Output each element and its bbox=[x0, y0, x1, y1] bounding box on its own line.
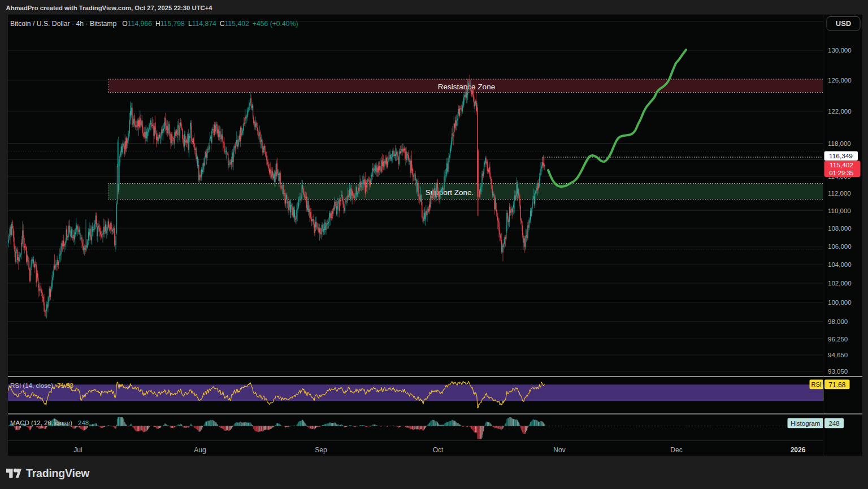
svg-text:93,050: 93,050 bbox=[828, 368, 848, 375]
svg-text:Oct: Oct bbox=[433, 446, 444, 454]
svg-text:Dec: Dec bbox=[670, 446, 682, 454]
svg-text:108,000: 108,000 bbox=[828, 225, 852, 232]
svg-text:102,000: 102,000 bbox=[828, 280, 852, 287]
svg-text:116,349: 116,349 bbox=[829, 152, 853, 160]
svg-text:Histogram: Histogram bbox=[791, 420, 820, 427]
svg-text:71.68: 71.68 bbox=[57, 382, 73, 389]
svg-text:USD: USD bbox=[836, 19, 851, 28]
svg-text:AhmadPro created with TradingV: AhmadPro created with TradingView.com, O… bbox=[6, 5, 213, 11]
svg-text:Aug: Aug bbox=[194, 446, 206, 454]
svg-text:71.68: 71.68 bbox=[828, 381, 845, 389]
svg-text:126,000: 126,000 bbox=[828, 77, 852, 84]
svg-text:106,000: 106,000 bbox=[828, 243, 852, 250]
svg-text:110,000: 110,000 bbox=[828, 207, 851, 214]
svg-text:01:29:35: 01:29:35 bbox=[830, 170, 854, 176]
svg-text:94,650: 94,650 bbox=[828, 352, 848, 358]
svg-text:RSI: RSI bbox=[811, 381, 822, 388]
svg-text:130,000: 130,000 bbox=[828, 47, 852, 54]
svg-text:248: 248 bbox=[828, 420, 839, 427]
svg-text:Jul: Jul bbox=[73, 446, 82, 454]
svg-text:RSI (14, close): RSI (14, close) bbox=[10, 382, 53, 389]
svg-text:96,250: 96,250 bbox=[828, 336, 848, 343]
svg-text:115,402: 115,402 bbox=[830, 161, 853, 169]
svg-text:100,000: 100,000 bbox=[828, 299, 852, 306]
svg-text:2026: 2026 bbox=[791, 446, 806, 454]
svg-text:112,000: 112,000 bbox=[828, 190, 851, 197]
svg-text:104,000: 104,000 bbox=[828, 261, 852, 268]
svg-text:98,000: 98,000 bbox=[828, 318, 848, 325]
svg-text:MACD (12, 26, close): MACD (12, 26, close) bbox=[10, 419, 72, 426]
svg-text:122,000: 122,000 bbox=[828, 108, 852, 115]
svg-text:Nov: Nov bbox=[553, 446, 565, 454]
svg-text:Sep: Sep bbox=[315, 446, 327, 454]
svg-text:TradingView: TradingView bbox=[26, 467, 90, 479]
svg-text:248: 248 bbox=[78, 419, 89, 426]
svg-text:118,000: 118,000 bbox=[828, 140, 851, 147]
